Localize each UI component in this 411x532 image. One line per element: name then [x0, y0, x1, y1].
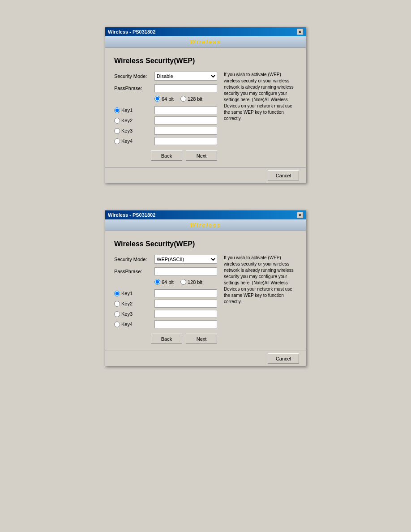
- next-button-1[interactable]: Next: [186, 150, 217, 161]
- cancel-button-1[interactable]: Cancel: [268, 170, 299, 180]
- key3-row-2: Key3: [114, 310, 217, 318]
- button-row-2: Back Next: [114, 334, 217, 344]
- button-row-1: Back Next: [114, 150, 217, 161]
- key3-label-2: Key3: [114, 311, 154, 317]
- bit64-label-2: 64 bit: [154, 279, 174, 285]
- key2-radio-2[interactable]: [114, 301, 120, 307]
- key3-input-2[interactable]: [154, 310, 217, 318]
- content-1: Wireless Security(WEP) Security Mode: Di…: [105, 48, 306, 167]
- key3-row-1: Key3: [114, 127, 217, 135]
- close-button-1[interactable]: ×: [297, 29, 303, 35]
- bit-radio-row-1: 64 bit 128 bit: [154, 96, 217, 102]
- form-area-2: Security Mode: Disable WEP(ASCII) WEP(HE…: [114, 255, 297, 344]
- back-button-1[interactable]: Back: [151, 150, 182, 161]
- security-mode-row-1: Security Mode: Disable WEP(ASCII) WEP(HE…: [114, 72, 217, 81]
- key4-radio-1[interactable]: [114, 138, 120, 144]
- key4-input-2[interactable]: [154, 320, 217, 328]
- security-mode-select-2[interactable]: Disable WEP(ASCII) WEP(HEX): [154, 255, 217, 264]
- key3-input-1[interactable]: [154, 127, 217, 135]
- header-bar-2: Wireless: [105, 219, 306, 231]
- help-text-1: If you wish to activate (WEP) wireless s…: [224, 72, 297, 161]
- next-button-2[interactable]: Next: [186, 334, 217, 344]
- key2-input-1[interactable]: [154, 116, 217, 124]
- title-bar-2: Wireless - PS031802 ×: [105, 210, 306, 219]
- bit64-radio-2[interactable]: [154, 279, 160, 285]
- header-text-1: Wireless: [190, 39, 221, 45]
- key1-label-1: Key1: [114, 107, 154, 113]
- key1-input-1[interactable]: [154, 106, 217, 114]
- content-2: Wireless Security(WEP) Security Mode: Di…: [105, 231, 306, 351]
- key4-label-1: Key4: [114, 138, 154, 144]
- security-mode-label-2: Security Mode:: [114, 257, 154, 262]
- bit64-label-1: 64 bit: [154, 96, 174, 102]
- passphrase-input-2[interactable]: [154, 267, 217, 275]
- passphrase-row-1: PassPhrase:: [114, 84, 217, 92]
- key2-label-2: Key2: [114, 301, 154, 307]
- passphrase-label-2: PassPhrase:: [114, 269, 154, 274]
- section-title-1: Wireless Security(WEP): [114, 57, 297, 65]
- bit128-label-1: 128 bit: [180, 96, 202, 102]
- security-mode-row-2: Security Mode: Disable WEP(ASCII) WEP(HE…: [114, 255, 217, 264]
- key1-row-2: Key1: [114, 289, 217, 297]
- security-mode-select-1[interactable]: Disable WEP(ASCII) WEP(HEX): [154, 72, 217, 81]
- key2-row-2: Key2: [114, 300, 217, 308]
- key4-row-1: Key4: [114, 137, 217, 145]
- window-2: Wireless - PS031802 × Wireless Wireless …: [105, 210, 306, 366]
- passphrase-label-1: PassPhrase:: [114, 86, 154, 91]
- key3-label-1: Key3: [114, 128, 154, 134]
- key2-row-1: Key2: [114, 116, 217, 124]
- key1-radio-2[interactable]: [114, 291, 120, 296]
- form-left-2: Security Mode: Disable WEP(ASCII) WEP(HE…: [114, 255, 217, 344]
- bit128-radio-2[interactable]: [180, 279, 186, 285]
- key4-label-2: Key4: [114, 322, 154, 327]
- bottom-bar-1: Cancel: [105, 167, 306, 183]
- header-bar-1: Wireless: [105, 36, 306, 48]
- back-button-2[interactable]: Back: [151, 334, 182, 344]
- key3-radio-2[interactable]: [114, 311, 120, 317]
- security-mode-label-1: Security Mode:: [114, 73, 154, 79]
- key1-input-2[interactable]: [154, 289, 217, 297]
- key2-label-1: Key2: [114, 118, 154, 124]
- key1-row-1: Key1: [114, 106, 217, 114]
- passphrase-input-1[interactable]: [154, 84, 217, 92]
- bit128-radio-1[interactable]: [180, 96, 186, 102]
- bit128-label-2: 128 bit: [180, 279, 202, 285]
- key4-radio-2[interactable]: [114, 322, 120, 327]
- key2-radio-1[interactable]: [114, 118, 120, 124]
- key1-radio-1[interactable]: [114, 107, 120, 113]
- cancel-button-2[interactable]: Cancel: [268, 353, 299, 364]
- key2-input-2[interactable]: [154, 300, 217, 308]
- bottom-bar-2: Cancel: [105, 351, 306, 366]
- header-text-2: Wireless: [190, 222, 221, 228]
- bit-radio-row-2: 64 bit 128 bit: [154, 279, 217, 285]
- help-text-2: If you wish to activate (WEP) wireless s…: [224, 255, 297, 344]
- passphrase-row-2: PassPhrase:: [114, 267, 217, 275]
- key4-input-1[interactable]: [154, 137, 217, 145]
- key1-label-2: Key1: [114, 291, 154, 296]
- title-bar-1: Wireless - PS031802 ×: [105, 27, 306, 36]
- form-left-1: Security Mode: Disable WEP(ASCII) WEP(HE…: [114, 72, 217, 161]
- window-1: Wireless - PS031802 × Wireless Wireless …: [105, 27, 306, 183]
- window-title-1: Wireless - PS031802: [108, 29, 155, 34]
- key3-radio-1[interactable]: [114, 128, 120, 134]
- form-area-1: Security Mode: Disable WEP(ASCII) WEP(HE…: [114, 72, 297, 161]
- window-title-2: Wireless - PS031802: [108, 212, 155, 218]
- close-button-2[interactable]: ×: [297, 212, 303, 218]
- key4-row-2: Key4: [114, 320, 217, 328]
- bit64-radio-1[interactable]: [154, 96, 160, 102]
- section-title-2: Wireless Security(WEP): [114, 240, 297, 248]
